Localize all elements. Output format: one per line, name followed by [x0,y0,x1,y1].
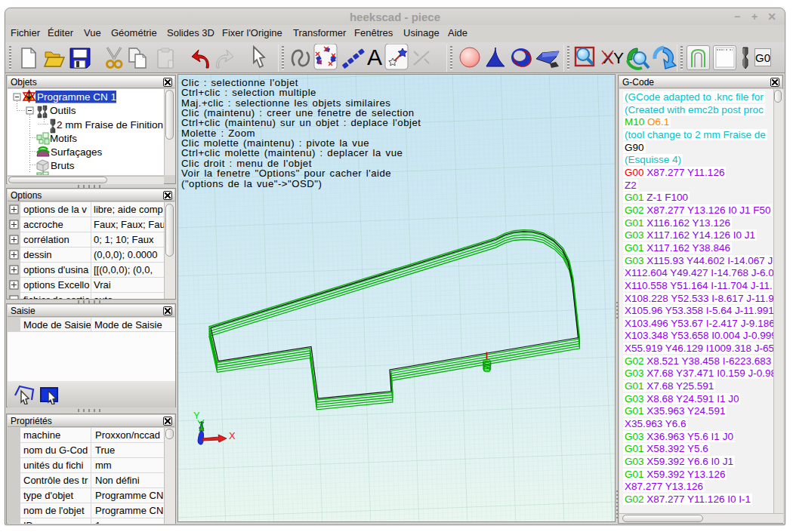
svg-text:0; 1; 10; Faux: 0; 1; 10; Faux [94,234,154,245]
svg-text:dessin: dessin [23,249,52,260]
svg-text:Outils: Outils [50,105,76,116]
svg-text:nom du G-Cod: nom du G-Cod [23,444,88,456]
svg-text:("options de la vue"->"OSD"): ("options de la vue"->"OSD") [181,178,322,189]
svg-text:Contrôle des tr: Contrôle des tr [23,475,88,486]
svg-text:(0,0,0); 0.0000: (0,0,0); 0.0000 [94,249,158,260]
svg-text:A: A [367,45,382,69]
svg-text:machine: machine [23,429,60,441]
svg-text:2 mm Fraise de Finition: 2 mm Fraise de Finition [57,119,163,131]
svg-text:Programme CN: Programme CN [95,505,163,516]
svg-text:Faux; Faux; Fau: Faux; Faux; Fau [94,219,164,230]
svg-text:fichier de sortie: fichier de sortie [23,294,90,299]
svg-text:mm: mm [95,460,112,471]
svg-text:[[(0,0,0); (0,0,: [[(0,0,0); (0,0, [94,264,153,275]
svg-text:Surfaçages: Surfaçages [51,146,103,158]
svg-text:corrélation: corrélation [23,234,69,245]
svg-text:Non défini: Non défini [95,475,140,486]
svg-text:Y: Y [193,410,200,421]
svg-text:ID: ID [23,520,33,524]
svg-text:Bruts: Bruts [51,160,75,171]
svg-text:options de la v: options de la v [23,204,87,215]
svg-text:libre; aide comp: libre; aide comp [94,204,163,215]
svg-text:True: True [95,444,115,456]
svg-text:X: X [229,430,236,441]
svg-text:nom de l'objet: nom de l'objet [23,505,85,516]
svg-text:accroche: accroche [23,219,63,230]
svg-text:Programme CN 1: Programme CN 1 [37,91,116,103]
svg-text:Motifs: Motifs [50,133,77,144]
svg-text:auto: auto [94,294,113,299]
svg-text:unités du fichi: unités du fichi [23,460,84,471]
svg-text:Proxxon/nccad: Proxxon/nccad [95,429,160,441]
svg-text:Vrai: Vrai [94,279,111,291]
svg-text:type d'objet: type d'objet [23,490,73,501]
svg-text:1: 1 [95,520,100,524]
svg-text:options Excello: options Excello [23,279,89,291]
svg-text:Programme CN: Programme CN [95,490,163,501]
svg-text:options d'usina: options d'usina [23,264,89,275]
